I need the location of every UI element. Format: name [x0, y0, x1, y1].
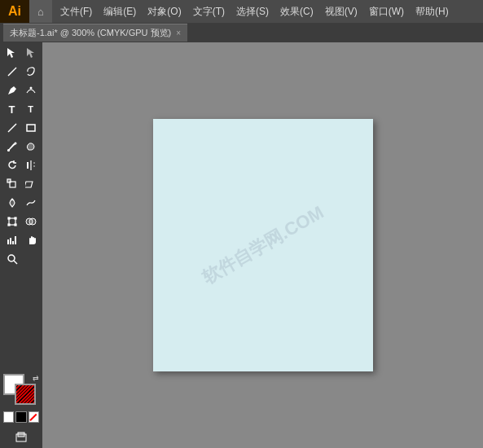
graph-tool[interactable]: [3, 231, 21, 249]
document-tab[interactable]: 未标题-1.ai* @ 300% (CMYK/GPU 预览) ×: [3, 24, 187, 42]
svg-rect-6: [27, 125, 35, 131]
tab-close-button[interactable]: ×: [176, 29, 181, 37]
lasso-tool[interactable]: [22, 63, 40, 81]
warp-tool[interactable]: [22, 194, 40, 212]
svg-rect-22: [15, 236, 16, 244]
canvas-area[interactable]: 软件自学网.COM: [42, 42, 483, 448]
title-bar: Ai ⌂ 文件(F) 编辑(E) 对象(O) 文字(T) 选择(S) 效果(C)…: [0, 0, 483, 23]
svg-rect-10: [7, 179, 11, 182]
artboard: 软件自学网.COM: [153, 119, 373, 371]
svg-point-23: [8, 255, 15, 261]
svg-marker-0: [7, 48, 15, 58]
svg-rect-15: [8, 224, 10, 226]
toolbar: T T: [0, 42, 42, 448]
tool-row-brush: [2, 138, 41, 156]
tab-title: 未标题-1.ai* @ 300% (CMYK/GPU 预览): [10, 27, 171, 39]
svg-point-18: [29, 218, 36, 225]
tool-row-select: [2, 44, 41, 62]
magic-wand-tool[interactable]: [3, 63, 21, 81]
tool-row-screen-mode: [2, 428, 41, 446]
svg-point-4: [29, 87, 32, 90]
selection-tool[interactable]: [3, 44, 21, 62]
fill-stroke-control[interactable]: ⇄: [3, 374, 39, 410]
menu-bar: 文件(F) 编辑(E) 对象(O) 文字(T) 选择(S) 效果(C) 视图(V…: [52, 0, 483, 23]
tool-row-line: [2, 119, 41, 137]
menu-effect[interactable]: 效果(C): [275, 3, 318, 20]
menu-window[interactable]: 窗口(W): [364, 3, 409, 20]
svg-point-7: [7, 150, 9, 152]
svg-rect-14: [15, 217, 16, 219]
shear-tool[interactable]: [22, 175, 40, 193]
menu-view[interactable]: 视图(V): [320, 3, 362, 20]
color-none[interactable]: [29, 411, 39, 423]
hand-tool[interactable]: [22, 231, 40, 249]
home-button[interactable]: ⌂: [29, 0, 52, 23]
pen-tool[interactable]: [3, 81, 21, 99]
width-tool[interactable]: [3, 194, 21, 212]
watermark: 软件自学网.COM: [197, 200, 327, 290]
tool-row-warp: [2, 194, 41, 212]
svg-line-3: [15, 68, 16, 69]
svg-rect-11: [25, 182, 33, 187]
tool-row-zoom: [2, 250, 41, 268]
curvature-tool[interactable]: [22, 81, 40, 99]
svg-rect-21: [12, 241, 14, 244]
svg-rect-13: [8, 217, 10, 219]
svg-rect-16: [15, 224, 16, 226]
color-area: ⇄: [2, 372, 41, 424]
menu-select[interactable]: 选择(S): [231, 3, 274, 20]
tool-row-wand: [2, 63, 41, 81]
svg-rect-19: [7, 239, 9, 244]
menu-object[interactable]: 对象(O): [143, 3, 186, 20]
tab-bar: 未标题-1.ai* @ 300% (CMYK/GPU 预览) ×: [0, 23, 483, 42]
tool-row-type: T T: [2, 100, 41, 118]
blob-brush-tool[interactable]: [22, 138, 40, 156]
type-vertical-tool[interactable]: T: [22, 100, 40, 118]
shape-builder-tool[interactable]: [22, 213, 40, 231]
menu-edit[interactable]: 编辑(E): [99, 3, 141, 20]
paintbrush-tool[interactable]: [3, 138, 21, 156]
main-area: T T: [0, 42, 483, 448]
tool-row-graph: [2, 231, 41, 249]
menu-text[interactable]: 文字(T): [188, 3, 230, 20]
color-options-row: [3, 411, 39, 423]
free-transform-tool[interactable]: [3, 213, 21, 231]
tool-row-scale: [2, 175, 41, 193]
tool-row-pen: [2, 81, 41, 99]
menu-help[interactable]: 帮助(H): [411, 3, 454, 20]
svg-line-2: [8, 69, 15, 76]
placeholder-tool: [22, 250, 40, 268]
zoom-tool[interactable]: [3, 250, 21, 268]
tool-row-transform: [2, 213, 41, 231]
color-stroke-black[interactable]: [15, 411, 26, 423]
rectangle-tool[interactable]: [22, 119, 40, 137]
direct-select-tool[interactable]: [22, 44, 40, 62]
svg-line-5: [8, 124, 16, 132]
rotate-tool[interactable]: [3, 156, 21, 174]
type-tool[interactable]: T: [3, 100, 21, 118]
swap-colors-icon[interactable]: ⇄: [33, 374, 39, 382]
svg-line-24: [14, 261, 17, 264]
reflect-tool[interactable]: [22, 156, 40, 174]
scale-tool[interactable]: [3, 175, 21, 193]
tool-row-rotate: [2, 156, 41, 174]
svg-rect-26: [18, 433, 24, 437]
svg-marker-1: [27, 48, 34, 58]
svg-rect-20: [10, 238, 11, 244]
line-tool[interactable]: [3, 119, 21, 137]
color-fill-white[interactable]: [3, 411, 14, 423]
menu-file[interactable]: 文件(F): [55, 3, 97, 20]
screen-mode-button[interactable]: [12, 428, 30, 446]
stroke-color[interactable]: [15, 384, 36, 405]
ai-logo: Ai: [0, 0, 29, 23]
